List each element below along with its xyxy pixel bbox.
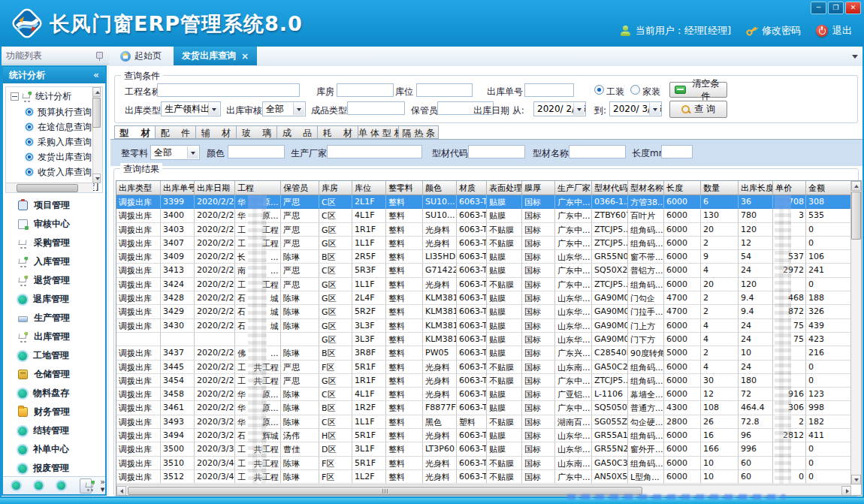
close-button[interactable]: ✕ <box>845 2 861 14</box>
table-row[interactable]: 调拨出库34542020/2/28工 共工程严思G区1R1F整料光身料6063-… <box>116 374 851 388</box>
table-row[interactable]: 调拨出库34092020/2/25长 ...陈琳B区2R5F整料LI35HD60… <box>116 250 851 264</box>
column-header[interactable]: 生产厂家 <box>555 181 592 195</box>
material-tab[interactable]: 型 材 <box>114 125 155 139</box>
shortcut-circle-icon[interactable] <box>12 481 20 490</box>
column-header[interactable]: 材质 <box>457 181 487 195</box>
sidebar-menu-item[interactable]: 审核中心 <box>3 215 105 234</box>
column-header[interactable]: 金额 <box>806 181 851 195</box>
sidebar-menu-item[interactable]: 财务管理 <box>3 403 105 421</box>
table-row[interactable]: 调拨出库35122020/3/4工 共工程陈琳F区1L2F整料光身料6063-T… <box>116 470 851 484</box>
project-name-input[interactable] <box>157 83 300 97</box>
sidebar-menu-item[interactable]: 仓储管理 <box>3 365 105 384</box>
search-button[interactable]: 查 询 <box>669 101 727 118</box>
manufacturer-input[interactable] <box>327 145 422 158</box>
table-row[interactable]: 调拨出库34242020/2/26工 工程严思G区1L1F整料光身料6063-T… <box>116 278 851 291</box>
column-header[interactable]: 库房 <box>319 181 352 195</box>
industrial-radio[interactable] <box>594 85 604 95</box>
column-header[interactable]: 整零料 <box>386 181 423 195</box>
material-tab[interactable]: 玻 璃 <box>236 125 276 139</box>
table-row[interactable]: 调拨出库34282020/2/26石 城陈琳G区2L4F整料KLM3817606… <box>116 291 851 305</box>
tab-shipping-outbound-query[interactable]: 发货出库查询 × <box>174 47 257 65</box>
sidebar-menu-item[interactable]: 生产管理 <box>3 309 105 327</box>
warehouse-input[interactable] <box>337 83 394 97</box>
material-tab[interactable]: 隔 热 条 <box>398 125 439 139</box>
column-header[interactable]: 出库类型 <box>116 181 161 195</box>
product-type-input[interactable] <box>347 101 405 115</box>
shortcut-circle-icon[interactable] <box>35 481 43 490</box>
column-header[interactable]: 工程 <box>235 181 281 195</box>
tree-vertical-scrollbar[interactable] <box>92 87 102 183</box>
column-header[interactable]: 单价 <box>773 181 806 195</box>
sidebar-menu-item[interactable]: 物料盘存 <box>3 384 105 403</box>
change-password-button[interactable]: 修改密码 <box>746 24 801 38</box>
column-header[interactable]: 库位 <box>352 181 386 195</box>
column-header[interactable]: 出库长度 <box>739 181 773 195</box>
scroll-thumb[interactable] <box>17 184 78 192</box>
column-header[interactable]: 出库单号 <box>161 181 195 195</box>
tree-expander-icon[interactable] <box>11 92 19 101</box>
table-row[interactable]: 调拨出库33992020/2/25华 原...严思C区2L1F整料SU10...… <box>116 195 851 209</box>
table-row[interactable]: 调拨出库35102020/3/4工 共工程陈琳F区5R1F整料光身料6063-T… <box>116 457 851 470</box>
table-row[interactable]: 调拨出库34942020/3/2石 辉城汤伟H区5R1F整料光身料6063-T5… <box>116 429 851 442</box>
tree-item[interactable]: 收货入库查询 <box>6 164 102 180</box>
material-tab[interactable]: 辅 材 <box>195 125 236 139</box>
column-header[interactable]: 出库日期 <box>195 181 235 195</box>
table-row[interactable]: 调拨出库34032020/2/25工 工程严思G区1R1F整料光身料6063-T… <box>116 223 851 237</box>
table-row[interactable]: 调拨出库34932020/3/2华 原...陈琳C区1L1F整料黑色塑料不贴膜国… <box>116 415 851 429</box>
column-header[interactable]: 型材名称 <box>628 181 664 195</box>
tree-horizontal-scrollbar[interactable] <box>6 183 93 192</box>
minimize-button[interactable]: ─ <box>811 2 826 14</box>
collapse-icon[interactable]: « <box>93 67 99 83</box>
table-row[interactable]: 调拨出库34292020/2/26石 城陈琳G区5R2F整料KLM3817606… <box>116 305 851 318</box>
section-header-statistics[interactable]: 统计分析 « <box>3 67 105 83</box>
pin-icon[interactable] <box>96 52 103 59</box>
tree-item[interactable]: 预算执行查询 <box>6 104 102 119</box>
material-tab[interactable]: 配 件 <box>155 125 195 139</box>
home-decor-radio[interactable] <box>630 85 640 95</box>
sidebar-menu-item[interactable]: 项目管理 <box>3 196 105 215</box>
column-header[interactable]: 保管员 <box>281 181 319 195</box>
tab-list-dropdown-icon[interactable] <box>852 55 858 59</box>
scroll-up-icon[interactable] <box>92 87 101 97</box>
scroll-thumb[interactable] <box>92 98 101 128</box>
location-input[interactable] <box>416 83 473 97</box>
order-no-input[interactable] <box>524 83 574 97</box>
column-header[interactable]: 膜厚 <box>522 181 555 195</box>
column-header[interactable]: 表面处理 <box>487 181 522 195</box>
tree-item[interactable]: 在途信息查询[待 <box>6 119 102 134</box>
table-row[interactable]: 调拨出库35002020/3/3工 共工程曹佳D区3L1F整料LT3P60606… <box>116 442 851 456</box>
scroll-down-icon[interactable] <box>92 174 101 183</box>
sidebar-menu-item[interactable]: 入库管理 <box>3 252 105 271</box>
tree-root-item[interactable]: 统计分析 <box>6 87 102 104</box>
material-tab[interactable]: 单 体 型 材 <box>358 125 398 139</box>
table-row[interactable]: 调拨出库34372020/2/27佛 ...陈琳B区3R8F整料PW056063… <box>116 346 851 360</box>
column-header[interactable]: 颜色 <box>423 181 457 195</box>
table-row[interactable]: 调拨出库34612020/2/28华 原...陈琳B区1R2F整料F8877FT… <box>116 401 851 415</box>
table-row[interactable]: G区3L3F整料KLM38176063-T5贴膜国标山东华...GA90M09.… <box>116 333 851 346</box>
sidebar-menu-item[interactable]: 退库管理 <box>3 290 105 309</box>
material-tab[interactable]: 成 品 <box>276 125 317 139</box>
column-header[interactable]: 数量 <box>701 181 739 195</box>
date-from-picker[interactable]: 2020/ 2/16 <box>533 101 586 116</box>
outbound-type-select[interactable]: 生产领料出库 <box>161 101 221 116</box>
shortcut-circle-icon[interactable] <box>57 481 65 490</box>
scroll-thumb[interactable] <box>128 487 642 495</box>
table-row[interactable]: 调拨出库34072020/2/25工 工程严思G区1L1F整料光身料6063-T… <box>116 237 851 250</box>
scroll-up-icon[interactable] <box>851 181 861 191</box>
table-row[interactable]: 调拨出库34132020/2/26南 ...严思C区5R3F整料G7142260… <box>116 264 851 277</box>
sidebar-menu-item[interactable]: 报废管理 <box>3 459 105 476</box>
sidebar-menu-item[interactable]: 采购管理 <box>3 234 105 252</box>
table-vertical-scrollbar[interactable] <box>850 181 861 484</box>
date-to-picker[interactable]: 2020/ 3/16 <box>609 101 662 116</box>
shortcut-cart-button[interactable] <box>80 478 92 493</box>
sidebar-menu-item[interactable]: 补单中心 <box>3 440 105 459</box>
sidebar-menu-item[interactable]: 退货管理 <box>3 271 105 290</box>
sidebar-menu-item[interactable]: 工地管理 <box>3 346 105 365</box>
length-input[interactable] <box>661 145 693 158</box>
table-row[interactable]: 调拨出库34582020/2/28华 原...陈琳C区4L1F整料光身料6063… <box>116 388 851 401</box>
table-row[interactable]: 调拨出库34452020/2/27工 共工程严思F区5R1F整料光身料6063-… <box>116 361 851 374</box>
outbound-audit-select[interactable]: 全部 <box>262 101 306 116</box>
tree-item[interactable]: 采购入库查询 <box>6 134 102 149</box>
whole-part-select[interactable]: 全部 <box>150 145 200 160</box>
column-header[interactable]: 型材代码 <box>592 181 628 195</box>
